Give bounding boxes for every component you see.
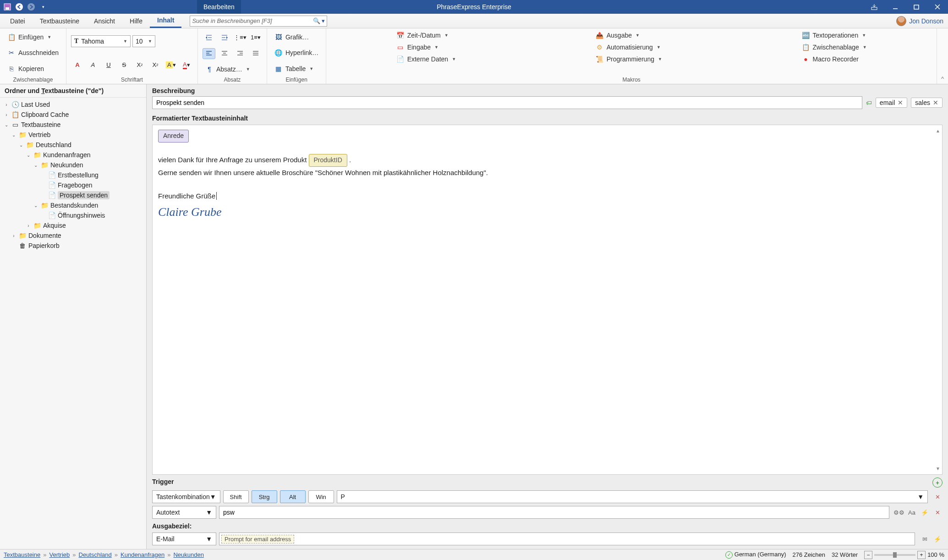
tree-dokumente[interactable]: ›📁Dokumente — [0, 231, 146, 241]
chip-anrede[interactable]: Anrede — [158, 130, 189, 143]
font-size-combo[interactable]: 10▼ — [132, 35, 155, 47]
italic-icon[interactable]: A — [87, 60, 99, 71]
chip-produktid[interactable]: ProduktID — [309, 154, 347, 167]
align-center-icon[interactable] — [218, 48, 231, 59]
tab-inhalt[interactable]: Inhalt — [150, 14, 181, 28]
tree-clipboardcache[interactable]: ›📋Clipboard Cache — [0, 110, 146, 120]
font-family-combo[interactable]: TTahoma▼ — [71, 35, 131, 47]
zoom-control[interactable]: − + 100 % — [864, 551, 944, 559]
align-right-icon[interactable] — [234, 48, 247, 59]
automatisierung-button[interactable]: ⚙Automatisierung▼ — [593, 42, 665, 52]
textop-button[interactable]: 🔤Textoperationen▼ — [799, 30, 870, 40]
autotext-input[interactable] — [219, 506, 889, 519]
smartcomplete-icon[interactable]: ⚡ — [920, 507, 930, 517]
crumb-0[interactable]: Textbausteine — [4, 551, 40, 558]
grafik-button[interactable]: 🖼Grafik… — [272, 32, 321, 42]
email-icon[interactable]: ✉ — [920, 534, 930, 544]
ribbon-display-icon[interactable] — [864, 0, 885, 14]
bold-icon[interactable]: A — [71, 60, 84, 71]
tab-datei[interactable]: Datei — [3, 14, 33, 28]
tab-textbausteine[interactable]: Textbausteine — [33, 14, 87, 28]
number-list-icon[interactable]: 1≡▾ — [249, 32, 262, 43]
forward-icon[interactable] — [26, 1, 37, 12]
modkey-win[interactable]: Win — [308, 490, 334, 503]
crumb-3[interactable]: Kundenanfragen — [121, 551, 164, 558]
tree-lastused[interactable]: ›🕓Last Used — [0, 99, 146, 110]
modkey-alt[interactable]: Alt — [280, 490, 306, 503]
tree-textbausteine[interactable]: ⌄▭Textbausteine — [0, 120, 146, 130]
tag-add-icon[interactable]: 🏷 — [866, 99, 872, 106]
trigger-delete-icon[interactable]: ✕ — [932, 492, 943, 502]
trigger-type-combo[interactable]: Tastenkombination▼ — [152, 490, 220, 503]
tree-prospekt[interactable]: 📄Prospekt senden — [0, 190, 146, 200]
save-icon[interactable] — [2, 1, 13, 12]
trigger-key-combo[interactable]: P▼ — [337, 490, 928, 503]
indent-left-icon[interactable] — [203, 32, 215, 43]
align-justify-icon[interactable] — [249, 48, 262, 59]
zoom-slider[interactable] — [874, 554, 915, 556]
tree-oeffnungshinweis[interactable]: 📄Öffnungshinweis — [0, 210, 146, 220]
superscript-icon[interactable]: X2 — [149, 60, 162, 71]
programmierung-button[interactable]: 📜Programmierung▼ — [593, 54, 665, 64]
tag-remove-icon[interactable]: ✕ — [933, 99, 938, 106]
modkey-shift[interactable]: Shift — [223, 490, 249, 503]
fontcolor-icon[interactable]: A▾ — [180, 60, 193, 71]
minimize-icon[interactable] — [885, 0, 906, 14]
ausgabe-button[interactable]: 📤Ausgabe▼ — [593, 30, 665, 40]
tree-akquise[interactable]: ›📁Akquise — [0, 220, 146, 231]
tag-remove-icon[interactable]: ✕ — [898, 99, 903, 106]
tree-bestandskunden[interactable]: ⌄📁Bestandskunden — [0, 200, 146, 210]
tree-papierkorb[interactable]: 🗑Papierkorb — [0, 241, 146, 251]
close-icon[interactable] — [927, 0, 948, 14]
tag-sales[interactable]: sales✕ — [911, 98, 943, 108]
qa-dropdown-icon[interactable]: ▾ — [38, 1, 49, 12]
crumb-2[interactable]: Deutschland — [79, 551, 112, 558]
bullet-list-icon[interactable]: ⋮≡▾ — [234, 32, 247, 43]
macrorecorder-button[interactable]: ●Macro Recorder — [799, 54, 870, 64]
editor-scrollbar[interactable]: ▲▼ — [936, 127, 941, 472]
cut-button[interactable]: ✂Ausschneiden — [5, 48, 61, 58]
output-token[interactable]: Prompt for email address — [221, 535, 294, 544]
tab-hilfe[interactable]: Hilfe — [122, 14, 150, 28]
trigger-delete-icon[interactable]: ✕ — [932, 507, 943, 517]
strike-icon[interactable]: S — [118, 60, 131, 71]
underline-icon[interactable]: U — [102, 60, 115, 71]
description-input[interactable] — [152, 96, 862, 109]
paragraph-button[interactable]: ¶Absatz…▼ — [203, 64, 262, 74]
ribbon-collapse-icon[interactable]: ^ — [937, 28, 948, 84]
user-account[interactable]: Jon Donson — [896, 14, 943, 28]
paste-button[interactable]: 📋Einfügen▼ — [5, 32, 61, 42]
copy-button[interactable]: ⎘Kopieren — [5, 64, 61, 74]
externedaten-button[interactable]: 📄Externe Daten▼ — [394, 54, 459, 64]
flash-icon[interactable]: ⚡ — [932, 534, 943, 544]
eingabe-button[interactable]: ▭Eingabe▼ — [394, 42, 459, 52]
maximize-icon[interactable] — [906, 0, 927, 14]
indent-right-icon[interactable] — [218, 32, 231, 43]
back-icon[interactable] — [14, 1, 25, 12]
search-input[interactable]: Suche in Beschreibungen [F3] 🔍 ▾ — [190, 16, 327, 27]
zwischenablage-button[interactable]: 📋Zwischenablage▼ — [799, 42, 870, 52]
content-editor[interactable]: Anrede vielen Dank für Ihre Anfrage zu u… — [152, 125, 943, 475]
align-left-icon[interactable] — [203, 48, 215, 59]
modkey-strg[interactable]: Strg — [252, 490, 277, 503]
tree-neukunden[interactable]: ⌄📁Neukunden — [0, 160, 146, 170]
hyperlink-button[interactable]: 🌐Hyperlink… — [272, 48, 321, 58]
autotext-type-combo[interactable]: Autotext▼ — [152, 506, 216, 519]
tabelle-button[interactable]: ▦Tabelle▼ — [272, 64, 321, 74]
crumb-4[interactable]: Neukunden — [173, 551, 204, 558]
zoom-in-icon[interactable]: + — [917, 551, 926, 559]
settings-icon[interactable]: ⚙⚙ — [894, 507, 904, 517]
tab-ansicht[interactable]: Ansicht — [87, 14, 122, 28]
tree-vertrieb[interactable]: ⌄📁Vertrieb — [0, 130, 146, 140]
crumb-1[interactable]: Vertrieb — [49, 551, 70, 558]
casesensitive-icon[interactable]: Aa — [907, 507, 917, 517]
zeitdatum-button[interactable]: 📅Zeit-/Datum▼ — [394, 30, 459, 40]
output-combo[interactable]: E-Mail▼ — [152, 533, 216, 545]
status-language[interactable]: German (Germany) — [725, 551, 786, 559]
tree-kundenanfragen[interactable]: ⌄📁Kundenanfragen — [0, 150, 146, 160]
zoom-out-icon[interactable]: − — [864, 551, 872, 559]
trigger-add-button[interactable]: + — [932, 478, 943, 488]
output-target-input[interactable]: Prompt for email address — [219, 533, 915, 545]
tree-fragebogen[interactable]: 📄Fragebogen — [0, 180, 146, 190]
subscript-icon[interactable]: X2 — [133, 60, 146, 71]
